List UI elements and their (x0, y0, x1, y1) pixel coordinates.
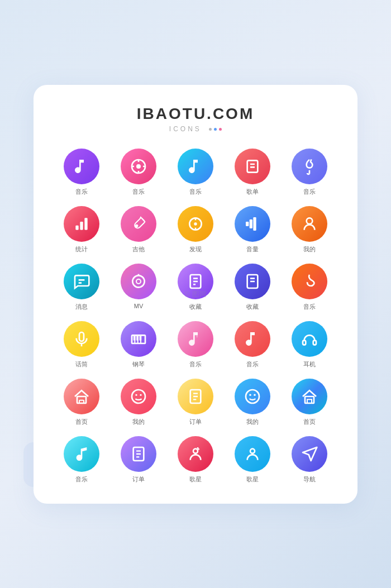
svg-rect-31 (79, 332, 84, 341)
icon-label-23: 订单 (189, 418, 202, 426)
icon-item-26[interactable]: 音乐 (56, 436, 107, 484)
header-dots (209, 128, 222, 131)
icon-item-13[interactable]: 收藏 (170, 264, 221, 311)
svg-rect-15 (246, 222, 249, 226)
icon-label-26: 音乐 (75, 475, 88, 484)
icon-item-28[interactable]: 歌星 (170, 436, 221, 484)
icon-label-13: 收藏 (189, 303, 202, 311)
icon-item-12[interactable]: MV (113, 264, 164, 311)
svg-rect-38 (136, 335, 139, 340)
icon-circle-5 (292, 149, 327, 184)
svg-point-21 (132, 275, 144, 287)
icon-circle-18 (178, 321, 213, 357)
icon-label-28: 歌星 (189, 475, 202, 484)
icon-label-12: MV (134, 303, 144, 309)
icon-circle-10 (292, 206, 327, 242)
svg-point-52 (249, 394, 251, 395)
icon-item-14[interactable]: 收藏 (227, 264, 278, 311)
svg-point-12 (194, 222, 197, 225)
icon-circle-11 (64, 264, 99, 299)
icon-item-3[interactable]: 音乐 (170, 149, 221, 196)
svg-point-22 (136, 279, 141, 284)
header-title: IBAOTU.COM (56, 105, 335, 123)
icon-label-27: 订单 (132, 475, 145, 484)
main-card: IBAOTU.COM ICONS 音乐 音乐 音乐 歌单 (34, 85, 357, 504)
svg-rect-6 (75, 225, 78, 230)
icon-item-19[interactable]: 音乐 (227, 321, 278, 369)
icon-label-3: 音乐 (189, 188, 202, 196)
icon-label-1: 音乐 (75, 188, 88, 196)
icon-circle-6 (64, 206, 99, 242)
icon-item-27[interactable]: 订单 (113, 436, 164, 484)
svg-point-51 (246, 390, 259, 403)
header: IBAOTU.COM ICONS (56, 105, 335, 133)
icon-item-16[interactable]: 话筒 (56, 321, 107, 369)
icon-circle-12 (121, 264, 156, 299)
svg-rect-55 (307, 399, 312, 403)
icon-label-9: 音量 (246, 245, 259, 254)
icon-circle-27 (121, 436, 156, 472)
icon-item-8[interactable]: 发现 (170, 206, 221, 254)
svg-point-9 (135, 224, 138, 227)
svg-rect-16 (250, 219, 252, 228)
icon-label-11: 消息 (75, 303, 88, 311)
icon-circle-1 (64, 149, 99, 184)
svg-rect-37 (133, 335, 136, 340)
icon-label-30: 导航 (303, 475, 316, 484)
svg-rect-40 (303, 340, 306, 345)
icon-circle-30 (292, 436, 327, 472)
icon-circle-24 (235, 379, 270, 414)
svg-rect-8 (84, 218, 87, 230)
icon-label-14: 收藏 (246, 303, 259, 311)
icon-item-18[interactable]: 音乐 (170, 321, 221, 369)
icon-item-7[interactable]: 吉他 (113, 206, 164, 254)
icon-item-6[interactable]: 统计 (56, 206, 107, 254)
icon-label-17: 钢琴 (132, 360, 145, 369)
icon-circle-21 (64, 379, 99, 414)
icon-item-2[interactable]: 音乐 (113, 149, 164, 196)
svg-point-53 (254, 394, 255, 395)
icon-item-23[interactable]: 订单 (170, 379, 221, 426)
icon-item-5[interactable]: 音乐 (284, 149, 335, 196)
svg-point-63 (250, 448, 255, 453)
icon-item-25[interactable]: 首页 (284, 379, 335, 426)
icon-label-25: 首页 (303, 418, 316, 426)
icon-item-9[interactable]: 音量 (227, 206, 278, 254)
icon-item-4[interactable]: 歌单 (227, 149, 278, 196)
icon-circle-19 (235, 321, 270, 357)
icon-label-7: 吉他 (132, 245, 145, 254)
icon-circle-25 (292, 379, 327, 414)
icon-item-30[interactable]: 导航 (284, 436, 335, 484)
icon-item-1[interactable]: 音乐 (56, 149, 107, 196)
icon-item-11[interactable]: 消息 (56, 264, 107, 311)
svg-rect-43 (79, 400, 84, 403)
icon-item-15[interactable]: 音乐 (284, 264, 335, 311)
icon-circle-14 (235, 264, 270, 299)
icon-item-29[interactable]: 歌星 (227, 436, 278, 484)
icon-circle-16 (64, 321, 99, 357)
icon-label-19: 音乐 (246, 360, 259, 369)
dot-gray (209, 128, 212, 131)
icon-item-20[interactable]: 耳机 (284, 321, 335, 369)
icon-item-24[interactable]: 我的 (227, 379, 278, 426)
icon-item-21[interactable]: 首页 (56, 379, 107, 426)
icon-label-16: 话筒 (75, 360, 88, 369)
svg-point-45 (135, 394, 137, 395)
icon-circle-7 (121, 206, 156, 242)
icon-item-17[interactable]: 钢琴 (113, 321, 164, 369)
icons-grid: 音乐 音乐 音乐 歌单 音乐 统计 吉他 发现 (56, 149, 335, 484)
icon-circle-8 (178, 206, 213, 242)
svg-line-62 (198, 448, 199, 449)
icon-label-6: 统计 (75, 245, 88, 254)
icon-label-10: 我的 (303, 245, 316, 254)
icon-circle-22 (121, 379, 156, 414)
svg-rect-41 (313, 340, 316, 345)
svg-point-18 (307, 218, 313, 224)
icon-item-22[interactable]: 我的 (113, 379, 164, 426)
icon-circle-15 (292, 264, 327, 299)
icon-circle-17 (121, 321, 156, 357)
icon-circle-20 (292, 321, 327, 357)
svg-rect-17 (253, 217, 256, 231)
icon-label-22: 我的 (132, 418, 145, 426)
icon-item-10[interactable]: 我的 (284, 206, 335, 254)
